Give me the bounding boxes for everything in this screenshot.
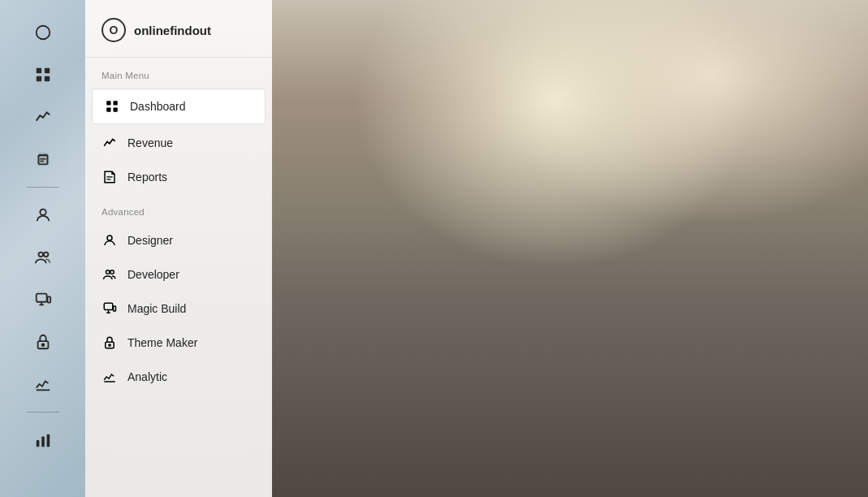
svg-point-8 — [38, 253, 43, 257]
analytic-menu-icon — [101, 369, 118, 385]
svg-rect-1 — [36, 68, 41, 73]
svg-rect-11 — [47, 296, 50, 302]
svg-rect-3 — [36, 76, 41, 81]
menu-item-magic-build[interactable]: Magic Build — [85, 292, 272, 326]
sidebar-icon-reports[interactable] — [23, 141, 63, 177]
svg-rect-16 — [41, 436, 45, 447]
section-label-main: Main Menu — [85, 58, 272, 87]
svg-point-0 — [36, 26, 50, 40]
dashboard-menu-label: Dashboard — [130, 100, 186, 113]
svg-rect-10 — [36, 294, 46, 302]
theme-maker-menu-label: Theme Maker — [127, 336, 197, 349]
svg-point-27 — [110, 270, 114, 274]
svg-rect-5 — [40, 158, 45, 159]
sidebar-logo[interactable] — [23, 15, 63, 50]
developer-menu-label: Developer — [127, 268, 179, 281]
menu-brand-name: onlinefindout — [134, 24, 211, 37]
sidebar-narrow — [0, 0, 85, 497]
sidebar-divider-2 — [27, 412, 59, 413]
svg-rect-6 — [40, 161, 44, 162]
svg-rect-29 — [114, 306, 116, 311]
menu-header: O onlinefindout — [85, 0, 272, 58]
sidebar-divider-1 — [27, 187, 59, 188]
svg-rect-18 — [106, 101, 110, 105]
reports-menu-icon — [101, 169, 118, 185]
sidebar-icon-bar-chart[interactable] — [23, 422, 63, 458]
menu-item-designer[interactable]: Designer — [85, 223, 272, 257]
svg-rect-23 — [106, 176, 113, 177]
svg-rect-4 — [44, 76, 49, 81]
svg-rect-15 — [36, 440, 39, 447]
sidebar-icon-dashboard[interactable] — [23, 57, 63, 93]
menu-item-analytic[interactable]: Analytic — [85, 360, 272, 394]
menu-item-dashboard[interactable]: Dashboard — [92, 89, 266, 124]
menu-logo: O — [101, 18, 126, 42]
sidebar-icon-analytics[interactable] — [23, 366, 63, 402]
svg-point-7 — [40, 210, 45, 215]
dashboard-menu-icon — [104, 98, 120, 115]
magic-build-menu-label: Magic Build — [127, 302, 186, 315]
designer-menu-label: Designer — [127, 234, 173, 247]
menu-item-theme-maker[interactable]: Theme Maker — [85, 326, 272, 360]
svg-point-26 — [106, 270, 110, 274]
sidebar-icon-lock[interactable] — [23, 324, 63, 360]
sidebar-icon-device[interactable] — [23, 282, 63, 318]
developer-menu-icon — [101, 266, 118, 283]
svg-rect-20 — [106, 108, 110, 112]
section-label-advanced: Advanced — [85, 194, 272, 223]
svg-rect-17 — [46, 434, 50, 447]
theme-maker-menu-icon — [101, 335, 118, 351]
designer-menu-icon — [101, 232, 118, 248]
menu-panel: O onlinefindout Main Menu Dashboard Reve… — [85, 0, 272, 497]
sidebar-icon-revenue[interactable] — [23, 99, 63, 135]
menu-item-reports[interactable]: Reports — [85, 160, 272, 194]
reports-menu-label: Reports — [127, 171, 167, 184]
svg-point-13 — [41, 344, 44, 346]
analytic-menu-label: Analytic — [127, 370, 167, 383]
revenue-menu-icon — [101, 135, 118, 151]
svg-rect-24 — [106, 179, 110, 179]
sidebar-icon-team[interactable] — [23, 240, 63, 275]
svg-point-25 — [107, 236, 112, 240]
svg-point-9 — [43, 253, 47, 257]
svg-rect-19 — [114, 101, 118, 105]
menu-item-developer[interactable]: Developer — [85, 257, 272, 292]
svg-rect-21 — [114, 108, 118, 112]
svg-rect-2 — [44, 68, 49, 73]
menu-item-revenue[interactable]: Revenue — [85, 126, 272, 160]
svg-point-31 — [109, 344, 110, 346]
revenue-menu-label: Revenue — [127, 136, 173, 149]
magic-build-menu-icon — [101, 300, 118, 317]
sidebar-icon-user[interactable] — [23, 197, 63, 233]
svg-rect-28 — [104, 303, 113, 309]
